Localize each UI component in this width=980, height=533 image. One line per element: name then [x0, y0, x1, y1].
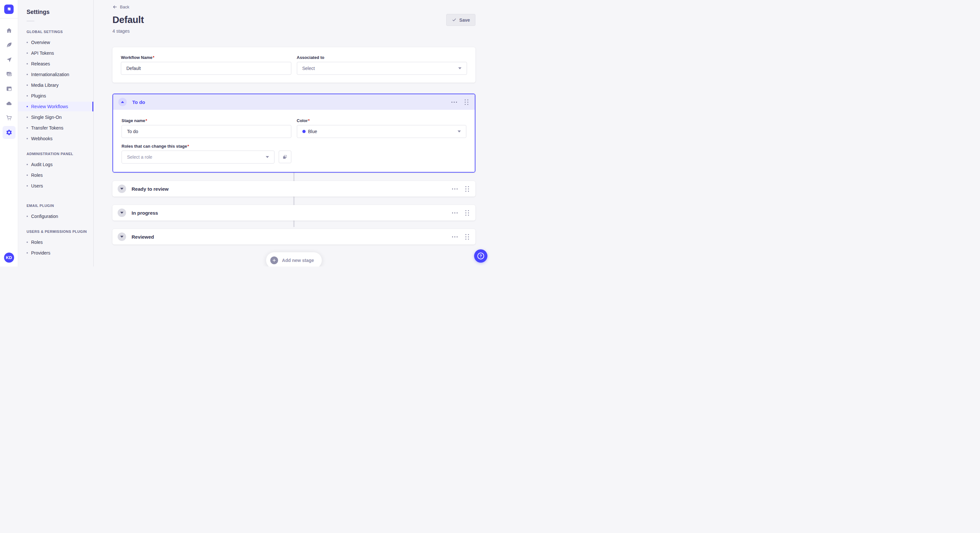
more-options-icon[interactable]: [451, 100, 458, 105]
home-icon[interactable]: [3, 24, 16, 37]
settings-sidebar: Settings GLOBAL SETTINGS Overview API To…: [18, 0, 94, 266]
sidebar-item-api-tokens[interactable]: API Tokens: [18, 48, 93, 58]
bullet-icon: [27, 241, 28, 243]
add-stage-label: Add new stage: [282, 258, 314, 263]
sidebar-item-email-configuration[interactable]: Configuration: [18, 211, 93, 221]
drag-handle-icon[interactable]: [465, 233, 469, 241]
question-mark-icon: ?: [477, 252, 484, 259]
sidebar-item-media-library[interactable]: Media Library: [18, 80, 93, 90]
pictures-icon[interactable]: [3, 68, 16, 81]
duplicate-stage-button[interactable]: [279, 151, 291, 163]
associated-to-field: Associated to Select: [297, 55, 467, 75]
strapi-logo-icon[interactable]: [4, 5, 14, 14]
required-asterisk: *: [187, 144, 189, 149]
layout-icon[interactable]: [3, 82, 16, 95]
bullet-icon: [27, 164, 28, 165]
workflow-name-input[interactable]: [121, 62, 291, 75]
bullet-icon: [27, 127, 28, 128]
stage-todo-header[interactable]: To do: [113, 94, 475, 110]
stage-row-reviewed[interactable]: Reviewed: [113, 229, 476, 244]
cloud-icon[interactable]: [3, 97, 16, 110]
sidebar-item-label: Internationalization: [31, 72, 69, 77]
stage-row-ready-to-review[interactable]: Ready to review: [113, 181, 476, 197]
sidebar-item-transfer-tokens[interactable]: Transfer Tokens: [18, 123, 93, 133]
sidebar-item-overview[interactable]: Overview: [18, 38, 93, 47]
sidebar-item-audit-logs[interactable]: Audit Logs: [18, 160, 93, 169]
sidebar-item-admin-users[interactable]: Users: [18, 181, 93, 191]
sidebar-item-label: Single Sign-On: [31, 115, 62, 120]
stage-roles-select[interactable]: Select a role: [121, 151, 275, 163]
stage-actions: [452, 185, 470, 193]
stage-name-label: Stage name*: [121, 118, 291, 123]
copy-icon: [282, 154, 288, 160]
drag-handle-icon[interactable]: [465, 209, 469, 217]
back-label: Back: [120, 5, 129, 10]
associated-to-select[interactable]: Select: [297, 62, 467, 75]
chevron-down-icon: [458, 67, 461, 69]
expand-toggle-button[interactable]: [118, 233, 126, 241]
sidebar-item-label: Roles: [31, 240, 43, 245]
sidebar-item-label: Audit Logs: [31, 162, 52, 167]
plus-icon: [270, 257, 278, 264]
sidebar-item-plugins[interactable]: Plugins: [18, 91, 93, 101]
sidebar-item-up-providers[interactable]: Providers: [18, 248, 93, 258]
sidebar-item-single-sign-on[interactable]: Single Sign-On: [18, 113, 93, 122]
sidebar-item-label: Review Workflows: [31, 104, 68, 109]
color-swatch-blue: [302, 130, 305, 133]
icon-rail: KD: [0, 0, 18, 266]
sidebar-item-label: Media Library: [31, 82, 59, 88]
add-stage-area: Add new stage: [113, 252, 476, 266]
sidebar-item-releases[interactable]: Releases: [18, 59, 93, 69]
sidebar-item-label: Overview: [31, 40, 50, 45]
gear-icon[interactable]: [3, 126, 16, 139]
feather-icon[interactable]: [3, 38, 16, 51]
bullet-icon: [27, 252, 28, 254]
expand-toggle-button[interactable]: [118, 209, 126, 217]
more-options-icon[interactable]: [452, 235, 458, 239]
title-divider: [27, 21, 34, 21]
sidebar-item-review-workflows[interactable]: Review Workflows: [18, 102, 93, 111]
chevron-down-icon: [458, 130, 461, 132]
stage-actions: [452, 233, 470, 241]
chevron-down-icon: [120, 212, 124, 214]
stage-name-input[interactable]: [121, 125, 291, 138]
more-options-icon[interactable]: [452, 211, 458, 215]
main-content: Back Default Save 4 stages Workflow Name…: [94, 0, 490, 266]
back-link[interactable]: Back: [113, 5, 129, 10]
workflow-name-label: Workflow Name*: [121, 55, 291, 60]
bullet-icon: [27, 84, 28, 86]
add-new-stage-button[interactable]: Add new stage: [266, 252, 322, 266]
bullet-icon: [27, 185, 28, 187]
stage-roles-label: Roles that can change this stage*: [121, 144, 291, 149]
drag-handle-icon[interactable]: [464, 98, 469, 106]
more-options-icon[interactable]: [452, 187, 458, 191]
cart-icon[interactable]: [3, 111, 16, 124]
save-button[interactable]: Save: [446, 14, 476, 26]
help-button[interactable]: ?: [474, 249, 487, 263]
drag-handle-icon[interactable]: [465, 185, 469, 193]
rail-icon-list: [3, 24, 16, 141]
sidebar-item-webhooks[interactable]: Webhooks: [18, 134, 93, 143]
stage-row-in-progress[interactable]: In progress: [113, 205, 476, 220]
sidebar-item-label: Webhooks: [31, 136, 52, 141]
stage-actions: [451, 98, 469, 106]
collapse-toggle-button[interactable]: [118, 98, 127, 106]
sidebar-item-internationalization[interactable]: Internationalization: [18, 70, 93, 79]
avatar[interactable]: KD: [4, 252, 14, 263]
expand-toggle-button[interactable]: [118, 185, 126, 193]
stage-title: To do: [132, 99, 451, 105]
stage-color-select[interactable]: Blue: [297, 125, 467, 138]
paper-plane-icon[interactable]: [3, 53, 16, 66]
sidebar-item-label: Transfer Tokens: [31, 125, 64, 130]
sidebar-item-admin-roles[interactable]: Roles: [18, 170, 93, 180]
sidebar-item-label: Roles: [31, 173, 43, 178]
page-header: Default Save: [113, 14, 476, 26]
bullet-icon: [27, 42, 28, 43]
bullet-icon: [27, 174, 28, 176]
stage-name-field: Stage name*: [121, 118, 291, 138]
sidebar-item-up-roles[interactable]: Roles: [18, 237, 93, 247]
associated-to-value: Select: [302, 66, 456, 71]
stage-color-label: Color*: [297, 118, 467, 123]
chevron-down-icon: [120, 236, 124, 238]
required-asterisk: *: [308, 118, 310, 123]
